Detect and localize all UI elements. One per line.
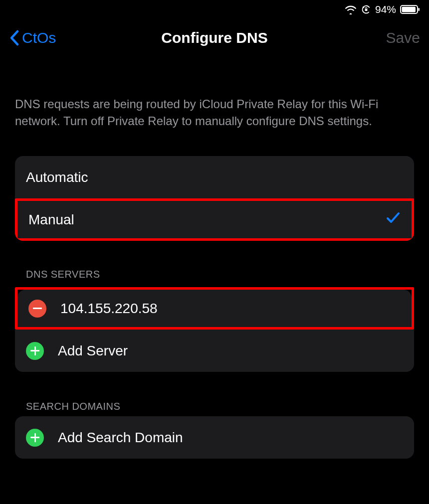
dns-mode-option-manual[interactable]: Manual <box>17 201 412 238</box>
highlight-manual-row: Manual <box>15 198 414 241</box>
add-server-row[interactable]: Add Server <box>15 330 414 372</box>
add-search-domain-row[interactable]: Add Search Domain <box>15 416 414 459</box>
battery-percent: 94% <box>375 3 396 15</box>
dns-server-ip: 104.155.220.58 <box>60 301 401 317</box>
section-header-dns-servers: DNS SERVERS <box>15 269 414 280</box>
save-button[interactable]: Save <box>386 29 420 46</box>
dns-server-row[interactable]: 104.155.220.58 <box>17 290 412 327</box>
plus-icon-v <box>34 433 36 442</box>
section-header-search-domains: SEARCH DOMAINS <box>15 401 414 412</box>
svg-rect-2 <box>365 9 368 11</box>
add-search-domain-button[interactable] <box>26 429 44 447</box>
battery-icon <box>400 4 420 14</box>
svg-rect-5 <box>419 8 420 11</box>
dns-mode-group: Automatic Manual <box>15 156 414 241</box>
add-search-domain-label: Add Search Domain <box>58 430 403 446</box>
info-text: DNS requests are being routed by iCloud … <box>15 96 414 129</box>
add-server-button[interactable] <box>26 342 44 360</box>
nav-bar: CtOs Configure DNS Save <box>0 19 429 57</box>
back-button[interactable]: CtOs <box>9 29 56 46</box>
page-title: Configure DNS <box>0 29 429 46</box>
back-label: CtOs <box>22 29 56 46</box>
highlight-first-server-row: 104.155.220.58 <box>15 287 414 330</box>
option-label: Automatic <box>26 169 403 185</box>
wifi-icon <box>344 4 357 14</box>
checkmark-icon <box>386 211 401 228</box>
delete-server-button[interactable] <box>28 300 46 318</box>
plus-icon-v <box>34 346 36 355</box>
chevron-left-icon <box>9 29 20 46</box>
dns-mode-option-automatic[interactable]: Automatic <box>15 156 414 198</box>
add-server-label: Add Server <box>58 343 403 359</box>
status-bar: 94% <box>0 0 429 19</box>
minus-icon <box>33 308 42 309</box>
rotation-lock-icon <box>361 4 371 14</box>
option-label: Manual <box>28 212 386 228</box>
svg-rect-4 <box>402 7 416 12</box>
